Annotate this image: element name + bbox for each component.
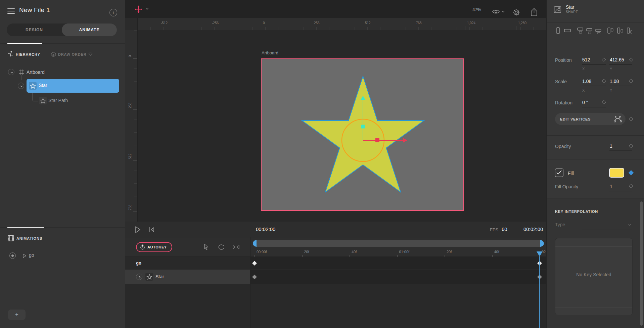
autokey-toggle[interactable]: AUTOKEY: [136, 242, 172, 252]
edit-vertices-button[interactable]: EDIT VERTICES: [555, 113, 626, 125]
ruler-major-tick: [133, 58, 137, 59]
tree-connector: [32, 93, 38, 101]
tab-hierarchy[interactable]: HIERARCHY: [16, 52, 40, 56]
align-button[interactable]: [616, 27, 623, 34]
scale-y-key-diamond[interactable]: [629, 79, 633, 83]
vertices-key-diamond[interactable]: [629, 117, 633, 121]
expand-chevron-icon[interactable]: [8, 69, 14, 75]
align-button[interactable]: [607, 27, 614, 34]
align-button[interactable]: [577, 27, 584, 34]
share-export-icon[interactable]: [530, 8, 538, 16]
scale-x-field[interactable]: 1.08: [582, 79, 591, 84]
tree-row-artboard[interactable]: Artboard: [8, 68, 116, 77]
timeline-tick-label: 40f: [494, 250, 499, 254]
align-button[interactable]: [625, 27, 632, 34]
fill-opacity-key-diamond[interactable]: [629, 184, 633, 188]
rotation-key-diamond[interactable]: [602, 100, 606, 104]
position-y-field[interactable]: 412.65: [610, 57, 624, 62]
draw-order-key-diamond-icon: [88, 52, 93, 56]
skip-to-start-button[interactable]: [149, 227, 155, 233]
info-icon[interactable]: i: [109, 9, 117, 16]
fps-field[interactable]: 60: [502, 226, 507, 232]
keyframe-lane[interactable]: [250, 257, 546, 269]
canvas[interactable]: Artboard -512-25602565127681,0241,280 02…: [125, 18, 546, 222]
align-button[interactable]: [554, 27, 562, 34]
tree-row-star-selected[interactable]: Star: [27, 79, 119, 93]
ruler-major-tick: [312, 26, 312, 30]
scale-x-key-diamond[interactable]: [602, 79, 606, 83]
artboard[interactable]: [261, 58, 464, 211]
tab-draw-order[interactable]: DRAW ORDER: [58, 52, 86, 56]
ruler-tick-label: 512: [365, 21, 371, 25]
fill-color-swatch[interactable]: [609, 168, 624, 178]
ruler-major-tick: [210, 26, 210, 30]
select-cursor-icon[interactable]: [203, 243, 210, 251]
hierarchy-icon: [7, 51, 13, 57]
fill-checkbox[interactable]: [555, 169, 563, 177]
move-tool-icon[interactable]: [135, 5, 142, 13]
current-time-field[interactable]: 00:02:00: [256, 226, 275, 232]
autokey-label: AUTOKEY: [147, 245, 167, 249]
align-button[interactable]: [564, 27, 571, 34]
stopwatch-icon: [140, 244, 145, 250]
rive-editor: New File 1 i DESIGN ANIMATE HIERARCHY DR…: [0, 0, 644, 328]
tree-row-star-path[interactable]: Star Path: [39, 97, 120, 105]
fill-opacity-field[interactable]: 1: [610, 184, 612, 189]
duration-field[interactable]: 00:02:00: [523, 226, 543, 232]
visibility-eye-icon[interactable]: [492, 9, 500, 14]
ruler-major-tick: [465, 26, 465, 30]
opacity-key-diamond[interactable]: [629, 144, 633, 148]
row-expand-chevron-icon[interactable]: [136, 274, 142, 280]
scale-y-field[interactable]: 1.08: [610, 79, 619, 84]
timeline-object-name[interactable]: Star: [155, 274, 164, 279]
position-x-field[interactable]: 512: [582, 57, 590, 62]
play-button[interactable]: [134, 226, 141, 234]
panel-splitter[interactable]: [0, 227, 125, 228]
position-x-key-diamond[interactable]: [602, 57, 606, 62]
settings-gear-icon[interactable]: [512, 8, 520, 16]
ruler-top: -512-25602565127681,0241,280: [138, 18, 546, 30]
play-animation-icon[interactable]: [22, 253, 27, 259]
panel-splitter[interactable]: [0, 43, 125, 44]
rotation-field[interactable]: 0 °: [582, 100, 588, 105]
timeline-tick: [540, 255, 540, 257]
fill-opacity-label: Fill Opacity: [555, 184, 578, 189]
timeline-tick: [492, 255, 493, 257]
align-button[interactable]: [595, 27, 602, 34]
add-animation-button[interactable]: +: [8, 310, 26, 320]
tab-design[interactable]: DESIGN: [7, 24, 62, 36]
ruler-tick-label: -512: [161, 21, 168, 25]
tool-dropdown-chevron-icon[interactable]: [145, 8, 149, 10]
ping-pong-icon[interactable]: [232, 245, 240, 249]
animation-list-item[interactable]: go: [9, 252, 117, 260]
align-button[interactable]: [586, 27, 593, 34]
hamburger-menu-icon[interactable]: [7, 8, 15, 15]
timeline-tick: [302, 255, 303, 257]
fill-label: Fill: [568, 171, 574, 176]
zoom-level[interactable]: 47%: [464, 7, 481, 12]
keyframe-lane[interactable]: [250, 270, 546, 284]
type-dropdown-chevron-icon[interactable]: [628, 224, 631, 226]
opacity-field[interactable]: 1: [610, 143, 612, 149]
fill-key-diamond-keyed[interactable]: [629, 170, 634, 176]
timeline-animation-name[interactable]: go: [136, 261, 141, 266]
timeline-tick-label: 01:00f: [399, 250, 410, 254]
expand-chevron-icon[interactable]: [18, 83, 24, 89]
timeline-tick-label: 00:00f: [257, 250, 267, 254]
ruler-major-tick: [516, 26, 516, 30]
position-y-key-diamond[interactable]: [629, 57, 633, 62]
ruler-major-tick: [159, 26, 159, 30]
loop-icon[interactable]: [218, 244, 225, 250]
inspector-scrollbar[interactable]: [640, 201, 643, 326]
tab-animate[interactable]: ANIMATE: [62, 24, 117, 36]
timeline-row-label-bg[interactable]: Star: [125, 270, 250, 284]
visibility-dropdown-chevron-icon[interactable]: [502, 11, 505, 13]
timeline-zoom-bar[interactable]: [253, 240, 544, 247]
ruler-major-tick: [133, 109, 137, 110]
ruler-tick-label: 0: [128, 55, 132, 57]
position-label: Position: [555, 57, 572, 63]
animation-radio-icon[interactable]: [9, 252, 16, 259]
ruler-corner: [125, 18, 138, 30]
ruler-tick-label: 1,024: [467, 21, 475, 25]
artboard-label[interactable]: Artboard: [262, 50, 278, 55]
